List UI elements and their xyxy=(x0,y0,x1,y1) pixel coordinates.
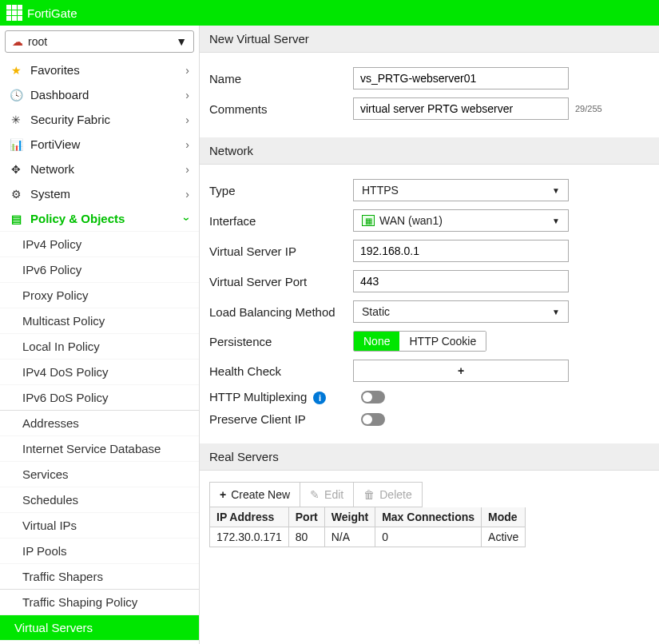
gear-icon: ⚙ xyxy=(10,188,22,201)
brand-logo: FortiGate xyxy=(6,5,77,21)
vip-input[interactable] xyxy=(353,240,569,262)
chevron-down-icon: ▼ xyxy=(552,217,560,225)
chevron-down-icon: › xyxy=(181,217,194,221)
sidebar-sub-virtual-ips[interactable]: Virtual IPs xyxy=(0,512,199,538)
comments-counter: 29/255 xyxy=(575,104,602,113)
label-vip: Virtual Server IP xyxy=(209,244,353,258)
sidebar-sub-traffic-shapers[interactable]: Traffic Shapers xyxy=(0,563,199,589)
type-select[interactable]: HTTPS▼ xyxy=(353,179,569,201)
plus-icon: + xyxy=(220,488,226,501)
sidebar-sub-traffic-shaping-policy[interactable]: Traffic Shaping Policy xyxy=(0,589,199,614)
table-header: Max Connections xyxy=(375,507,482,527)
table-header: Mode xyxy=(482,507,526,527)
chevron-right-icon: › xyxy=(185,188,189,201)
label-lb: Load Balancing Method xyxy=(209,305,353,319)
vdom-label: root xyxy=(28,35,47,48)
sidebar-sub-internet-service-database[interactable]: Internet Service Database xyxy=(0,435,199,461)
persistence-http-cookie[interactable]: HTTP Cookie xyxy=(399,332,486,351)
comments-input[interactable] xyxy=(353,97,569,120)
sidebar-sub-ipv4-policy[interactable]: IPv4 Policy xyxy=(0,231,199,256)
sidebar-sub-ipv6-dos-policy[interactable]: IPv6 DoS Policy xyxy=(0,384,199,410)
sidebar-sub-ip-pools[interactable]: IP Pools xyxy=(0,538,199,563)
chevron-right-icon: › xyxy=(185,163,189,176)
chevron-down-icon: ▼ xyxy=(552,308,560,316)
vport-input[interactable] xyxy=(353,270,569,292)
sidebar: ☁ root ▼ ★Favorites › 🕓Dashboard › ✳Secu… xyxy=(0,26,200,644)
sidebar-sub-services[interactable]: Services xyxy=(0,461,199,487)
page-title: New Virtual Server xyxy=(200,26,659,53)
table-row[interactable]: 172.30.0.17180N/A0Active xyxy=(210,527,525,547)
table-cell: 80 xyxy=(288,527,324,547)
sidebar-item-system[interactable]: ⚙System › xyxy=(0,181,199,206)
real-servers-header: Real Servers xyxy=(200,443,659,471)
real-servers-toolbar: + Create New ✎ Edit 🗑 Delete xyxy=(209,482,423,507)
label-interface: Interface xyxy=(209,214,353,228)
sidebar-item-security-fabric[interactable]: ✳Security Fabric › xyxy=(0,107,199,132)
edit-button[interactable]: ✎ Edit xyxy=(300,483,354,507)
chevron-right-icon: › xyxy=(185,138,189,151)
label-persistence: Persistence xyxy=(209,335,353,348)
dashboard-icon: 🕓 xyxy=(10,89,22,101)
sidebar-sub-ipv4-dos-policy[interactable]: IPv4 DoS Policy xyxy=(0,359,199,384)
sidebar-sub-ipv6-policy[interactable]: IPv6 Policy xyxy=(0,256,199,282)
lb-select[interactable]: Static▼ xyxy=(353,300,569,323)
chevron-down-icon: ▼ xyxy=(552,186,560,195)
interface-icon: ▦ xyxy=(362,215,375,226)
sidebar-item-network[interactable]: ✥Network › xyxy=(0,157,199,181)
content-pane: New Virtual Server Name Comments 29/255 … xyxy=(200,26,659,644)
sidebar-item-dashboard[interactable]: 🕓Dashboard › xyxy=(0,82,199,107)
table-cell: N/A xyxy=(324,527,375,547)
persistence-toggle: None HTTP Cookie xyxy=(353,331,486,352)
top-bar: FortiGate xyxy=(0,0,659,26)
sidebar-item-fortiview[interactable]: 📊FortiView › xyxy=(0,132,199,157)
sidebar-sub-health-check[interactable]: Health Check xyxy=(0,640,199,644)
name-input[interactable] xyxy=(353,67,569,89)
network-header: Network xyxy=(200,137,659,165)
chevron-right-icon: › xyxy=(185,89,189,101)
policy-icon: ▤ xyxy=(10,213,22,225)
chevron-down-icon: ▼ xyxy=(176,35,187,48)
table-cell: 0 xyxy=(375,527,482,547)
table-cell: 172.30.0.171 xyxy=(210,527,288,547)
label-healthcheck: Health Check xyxy=(209,364,353,378)
sidebar-item-favorites[interactable]: ★Favorites › xyxy=(0,58,199,82)
logo-icon xyxy=(6,5,22,21)
healthcheck-add-button[interactable]: + xyxy=(353,360,569,382)
cloud-icon: ☁ xyxy=(12,35,23,48)
real-servers-table: IP AddressPortWeightMax ConnectionsMode … xyxy=(209,507,526,547)
pencil-icon: ✎ xyxy=(310,488,320,501)
create-new-button[interactable]: + Create New xyxy=(210,483,300,507)
network-icon: ✥ xyxy=(10,163,22,176)
sidebar-sub-local-in-policy[interactable]: Local In Policy xyxy=(0,333,199,359)
info-icon[interactable]: i xyxy=(313,392,326,404)
chart-icon: 📊 xyxy=(10,138,22,151)
label-preserve-client-ip: Preserve Client IP xyxy=(209,412,353,426)
http-mux-toggle[interactable] xyxy=(361,391,385,403)
label-type: Type xyxy=(209,184,353,197)
fabric-icon: ✳ xyxy=(10,113,22,126)
label-http-mux: HTTP Multiplexing i xyxy=(209,390,353,404)
delete-button[interactable]: 🗑 Delete xyxy=(354,483,421,507)
label-comments: Comments xyxy=(209,102,353,116)
chevron-right-icon: › xyxy=(185,113,189,126)
sidebar-sub-proxy-policy[interactable]: Proxy Policy xyxy=(0,282,199,308)
vdom-selector[interactable]: ☁ root ▼ xyxy=(5,30,194,53)
label-name: Name xyxy=(209,72,353,85)
chevron-right-icon: › xyxy=(185,64,189,77)
label-vport: Virtual Server Port xyxy=(209,275,353,288)
table-cell: Active xyxy=(482,527,526,547)
trash-icon: 🗑 xyxy=(363,488,375,501)
interface-select[interactable]: ▦WAN (wan1) ▼ xyxy=(353,209,569,232)
sidebar-sub-schedules[interactable]: Schedules xyxy=(0,487,199,512)
star-icon: ★ xyxy=(10,64,22,77)
persistence-none[interactable]: None xyxy=(354,332,399,351)
table-header: Weight xyxy=(324,507,375,527)
table-header: IP Address xyxy=(210,507,288,527)
table-header: Port xyxy=(288,507,324,527)
brand-name: FortiGate xyxy=(27,6,77,20)
sidebar-item-policy-objects[interactable]: ▤Policy & Objects › xyxy=(0,206,199,231)
sidebar-sub-addresses[interactable]: Addresses xyxy=(0,410,199,435)
preserve-client-ip-toggle[interactable] xyxy=(361,413,385,426)
sidebar-sub-multicast-policy[interactable]: Multicast Policy xyxy=(0,308,199,333)
sidebar-sub-virtual-servers[interactable]: Virtual Servers xyxy=(0,614,199,640)
